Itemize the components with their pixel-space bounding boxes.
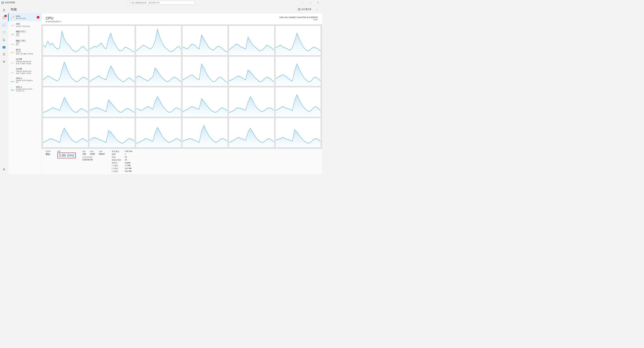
cpu-detail: 9% 3.86 GHz [16, 17, 26, 19]
memory-info: 内存 8.0/63.7 GB (13%) [16, 23, 30, 27]
cpu-title-section: CPU 60 秒内的利用率 % [46, 16, 62, 23]
charts-grid [42, 24, 322, 149]
disk1-mini-chart [10, 40, 14, 45]
processes-value: 199 [82, 153, 86, 155]
disk0-info: 磁盘 0 (C:) SSD 13% [16, 30, 26, 37]
disk0-label: 磁盘 0 (C:) [16, 30, 26, 33]
nav-details[interactable]: ☰ [1, 51, 8, 58]
cpu-model-name: 12th Gen Intel(R) Core(TM) i9-12900HX [279, 16, 318, 18]
close-button[interactable]: ✕ [314, 0, 322, 5]
sidebar-item-eth2[interactable]: 以太网 VMware Network Ad... 发送: 0 接收: 0 Kbp… [8, 66, 42, 76]
stat-processes: 进程 199 [82, 150, 86, 155]
more-button[interactable]: ··· [314, 7, 319, 11]
search-bar[interactable] [128, 1, 194, 4]
virt-value: 已启用 [125, 162, 132, 164]
cpu-core-chart-21 [182, 118, 228, 148]
cpu-core-chart-14 [136, 87, 181, 117]
disk1-detail: SSD [16, 42, 26, 44]
nav-services[interactable]: ⚙ [1, 58, 8, 65]
nav-menu[interactable]: ☰ [1, 7, 8, 13]
cpu-subtitle: 60 秒内的利用率 % [46, 20, 62, 23]
cpu-core-chart-12 [43, 87, 88, 117]
svg-line-2 [130, 3, 131, 3]
cpu-mini-chart [10, 15, 14, 20]
l2-label: L2 缓存: [112, 167, 122, 170]
disk0-mini-chart [10, 31, 14, 36]
sockets-label: 插槽: [112, 153, 122, 156]
gpu0-info: GPU 0 Intel(R) UHD Graphics 5% [16, 77, 33, 83]
search-icon [129, 2, 131, 4]
memory-detail: 8.0/63.7 GB (13%) [16, 25, 30, 27]
utilization-label: 利用率 [46, 150, 51, 153]
stat-speed: 速度 3.86 GHz [57, 150, 76, 173]
processes-badge: 1 [4, 15, 7, 17]
nav-processes[interactable]: 📋 1 [1, 14, 8, 21]
l1-value: 1.4 MB [125, 165, 132, 167]
utilization-value: 9% [46, 153, 51, 156]
base-speed-value: 2.30 GHz [125, 150, 132, 153]
titlebar: 任务管理器 ─ □ ✕ [0, 0, 322, 5]
gpu1-detail1: NVIDIA GeForce RTX... [16, 88, 34, 90]
processes-label: 进程 [82, 151, 86, 152]
cpu-core-chart-6 [43, 57, 88, 86]
cpu-core-chart-15 [182, 87, 228, 117]
cpu-info: CPU 9% 3.86 GHz [16, 15, 26, 19]
threads-value: 4168 [90, 153, 95, 155]
gpu0-mini-chart [10, 78, 14, 83]
eth2-info: 以太网 VMware Network Ad... 发送: 0 接收: 0 Kbp… [16, 67, 32, 75]
handles-value: 83947 [99, 153, 105, 155]
sidebar-item-gpu0[interactable]: GPU 0 Intel(R) UHD Graphics 5% [8, 76, 42, 85]
disk1-info: 磁盘 1 (D:) SSD 0% [16, 39, 26, 46]
speed-value: 3.86 GHz [57, 153, 76, 158]
gpu0-detail2: 5% [16, 81, 33, 83]
nav-history[interactable]: 🕐 [1, 29, 8, 35]
uptime-value: 0:00:00:39 [82, 159, 105, 161]
cpu-core-chart-1 [90, 26, 134, 55]
top-bar: 性能 运行新任务 ··· [8, 5, 322, 13]
wifi-detail2: 发送: 152 接收: 336 Kb [16, 53, 33, 55]
cpu-core-chart-7 [90, 57, 134, 86]
cpu-core-chart-9 [182, 57, 228, 86]
restore-button[interactable]: □ [306, 0, 314, 5]
cpu-core-chart-10 [229, 57, 274, 86]
cpu-core-chart-5 [276, 26, 321, 55]
cpu-core-chart-3 [182, 26, 228, 55]
eth1-label: 以太网 [16, 58, 32, 61]
memory-label: 内存 [16, 23, 30, 25]
nav-settings[interactable]: ⚙ [1, 166, 8, 173]
speed-label: 速度 [57, 150, 76, 153]
cpu-core-chart-19 [90, 118, 134, 148]
gpu0-detail1: Intel(R) UHD Graphics [16, 80, 33, 81]
nav-users[interactable]: 👥 [1, 43, 8, 50]
cpu-utilization-pct: 100% [279, 18, 318, 21]
cpu-core-chart-18 [43, 118, 88, 148]
cpu-core-chart-13 [90, 87, 134, 117]
cpu-badge: 2 [37, 16, 40, 18]
eth2-detail1: VMware Network Ad... [16, 70, 32, 72]
svg-point-1 [129, 2, 130, 3]
wifi-label: Wi-Fi [16, 49, 33, 51]
threads-label: 线程 [90, 151, 94, 152]
stats-footer: 利用率 9% 速度 3.86 GHz 进程 199 [42, 149, 322, 174]
sidebar-item-memory[interactable]: 内存 8.0/63.7 GB (13%) [8, 21, 42, 29]
nav-performance[interactable]: 📈 [1, 21, 8, 28]
cpu-core-chart-22 [229, 118, 274, 148]
sidebar-item-wifi[interactable]: Wi-Fi WLAN 发送: 152 接收: 336 Kb [8, 47, 42, 56]
sockets-value: 1 [125, 153, 132, 156]
run-task-button[interactable]: 运行新任务 [296, 7, 313, 11]
sidebar-item-disk0[interactable]: 磁盘 0 (C:) SSD 13% [8, 29, 42, 38]
l3-label: L3 缓存: [112, 170, 122, 173]
sidebar-item-eth1[interactable]: 以太网 VMware Network Ad... 发送: 0 接收: 0 Kbp… [8, 56, 42, 66]
sidebar-item-disk1[interactable]: 磁盘 1 (D:) SSD 0% [8, 38, 42, 47]
stat-utilization: 利用率 9% [46, 150, 51, 173]
gpu1-label: GPU 1 [16, 86, 34, 88]
search-input[interactable] [132, 2, 193, 4]
sidebar-item-gpu1[interactable]: GPU 1 NVIDIA GeForce RTX... 7% (53 °C) [8, 85, 42, 93]
sidebar-item-cpu[interactable]: CPU 9% 3.86 GHz 2 [8, 13, 42, 21]
cpu-core-chart-4 [229, 26, 274, 55]
cpu-model-section: 12th Gen Intel(R) Core(TM) i9-12900HX 10… [279, 16, 318, 21]
cpu-label: CPU [16, 15, 26, 17]
minimize-button[interactable]: ─ [299, 0, 306, 5]
nav-startup[interactable]: 📡 [1, 36, 8, 43]
main-panel: CPU 60 秒内的利用率 % 12th Gen Intel(R) Core(T… [42, 13, 322, 174]
